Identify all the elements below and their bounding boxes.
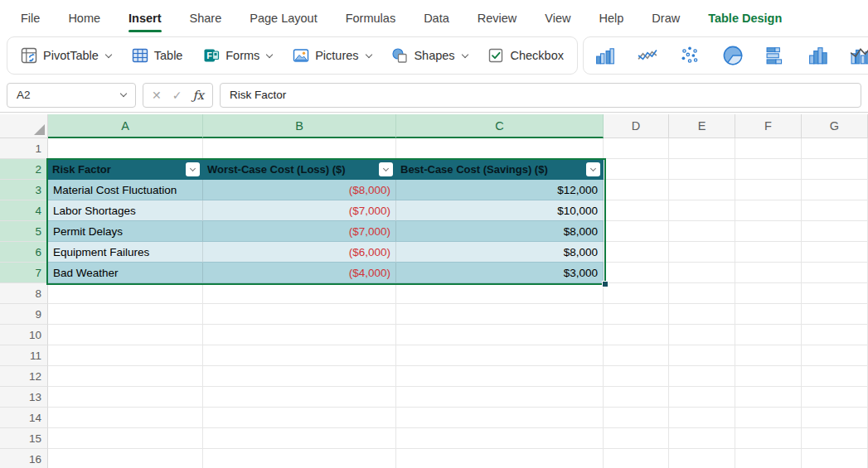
cell[interactable] [669,263,735,283]
menu-share[interactable]: Share [190,12,222,25]
cell[interactable] [669,428,735,449]
row-header-5[interactable]: 5 [0,221,48,242]
cell[interactable] [604,180,669,200]
cell[interactable] [802,221,868,242]
cell[interactable] [203,138,396,159]
cell[interactable] [203,283,396,304]
cell[interactable] [802,345,868,366]
cell[interactable] [396,449,604,468]
table-cell[interactable]: ($7,000) [203,221,396,242]
row-header-9[interactable]: 9 [0,304,48,325]
table-cell[interactable]: $10,000 [396,200,604,221]
cell[interactable] [48,283,203,304]
cell[interactable] [735,180,802,200]
cell[interactable] [802,159,868,180]
row-header-3[interactable]: 3 [0,180,48,200]
cell[interactable] [396,345,604,366]
cell[interactable] [48,408,203,428]
cell[interactable] [48,345,203,366]
function-icon[interactable]: ƒx [192,89,204,102]
row-header-2[interactable]: 2 [0,159,48,180]
cell[interactable] [48,428,203,449]
combo-chart-button[interactable] [851,46,868,65]
row-header-15[interactable]: 15 [0,428,48,449]
cell[interactable] [669,242,735,263]
table-cell[interactable]: Labor Shortages [48,200,203,221]
pivottable-button[interactable]: PivotTable [21,47,111,64]
row-header-14[interactable]: 14 [0,408,48,428]
column-header-B[interactable]: B [203,114,396,138]
cell[interactable] [669,159,735,180]
table-cell[interactable]: Bad Weather [48,263,203,283]
row-header-12[interactable]: 12 [0,366,48,387]
cell[interactable] [802,138,868,159]
cell[interactable] [604,200,669,221]
table-cell[interactable]: $3,000 [396,263,604,283]
cell[interactable] [604,325,669,345]
cell[interactable] [735,138,802,159]
name-box[interactable]: A2 [7,83,136,108]
cell[interactable] [396,138,604,159]
cell[interactable] [669,200,735,221]
cell[interactable] [735,304,802,325]
shapes-button[interactable]: Shapes [391,47,467,64]
cell[interactable] [669,221,735,242]
cell[interactable] [735,408,802,428]
table-header-cell-C[interactable]: Best-Case Cost (Savings) ($) [396,159,604,180]
cell[interactable] [669,304,735,325]
table-cell[interactable]: ($8,000) [203,180,396,200]
column-header-E[interactable]: E [669,114,735,138]
cell[interactable] [802,304,868,325]
cell[interactable] [735,345,802,366]
row-header-11[interactable]: 11 [0,345,48,366]
cell[interactable] [48,325,203,345]
cell[interactable] [669,387,735,408]
cell[interactable] [48,449,203,468]
cell[interactable] [802,180,868,200]
row-header-1[interactable]: 1 [0,138,48,159]
cell[interactable] [396,304,604,325]
cell[interactable] [669,345,735,366]
pictures-button[interactable]: Pictures [293,47,371,64]
cell[interactable] [735,366,802,387]
cell[interactable] [802,428,868,449]
cell[interactable] [203,408,396,428]
cell[interactable] [604,242,669,263]
cell[interactable] [669,408,735,428]
cell[interactable] [604,428,669,449]
cell[interactable] [802,242,868,263]
menu-file[interactable]: File [21,12,40,25]
cell[interactable] [669,325,735,345]
cell[interactable] [604,159,669,180]
cell[interactable] [669,283,735,304]
formula-input[interactable]: Risk Factor [220,83,861,108]
menu-table-design[interactable]: Table Design [708,12,782,25]
column-chart-button[interactable] [595,46,615,65]
cell[interactable] [802,263,868,283]
cell[interactable] [604,263,669,283]
cell[interactable] [604,449,669,468]
cell[interactable] [735,283,802,304]
cell[interactable] [735,263,802,283]
menu-data[interactable]: Data [424,12,449,25]
cell[interactable] [203,325,396,345]
menu-help[interactable]: Help [599,12,624,25]
cell[interactable] [735,325,802,345]
scatter-chart-button[interactable] [680,46,700,65]
table-cell[interactable]: $8,000 [396,242,604,263]
menu-draw[interactable]: Draw [652,12,680,25]
row-header-16[interactable]: 16 [0,449,48,468]
menu-page-layout[interactable]: Page Layout [250,12,317,25]
cell[interactable] [669,138,735,159]
checkbox-button[interactable]: Checkbox [487,47,563,64]
forms-button[interactable]: F Forms [203,47,272,64]
column-header-G[interactable]: G [802,114,868,138]
cell[interactable] [396,283,604,304]
row-header-8[interactable]: 8 [0,283,48,304]
row-header-6[interactable]: 6 [0,242,48,263]
cell[interactable] [802,449,868,468]
filter-button[interactable] [379,162,393,176]
cell[interactable] [48,366,203,387]
table-cell[interactable]: $8,000 [396,221,604,242]
cell[interactable] [669,449,735,468]
